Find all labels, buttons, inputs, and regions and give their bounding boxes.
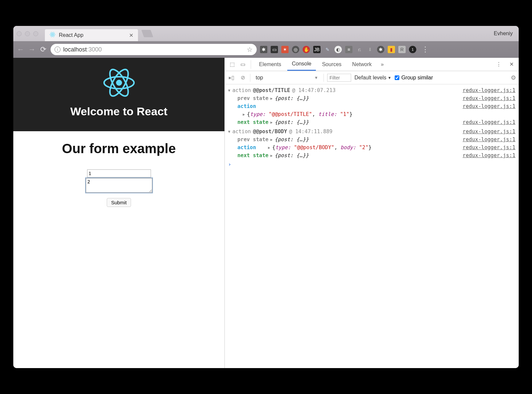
clear-console-icon[interactable]: ⊘	[239, 74, 247, 82]
tab-strip: React App ✕ Evheniy	[13, 26, 519, 41]
expand-triangle-icon[interactable]: ▶	[270, 96, 273, 101]
prev-state-value: {post: {…}}	[275, 137, 309, 143]
log-line-next-state[interactable]: next state ▶ {post: {…}} redux-logger.js…	[228, 151, 515, 159]
log-line-next-state[interactable]: next state ▶ {post: {…}} redux-logger.js…	[228, 118, 515, 126]
site-info-icon[interactable]: i	[55, 47, 61, 52]
tab-console[interactable]: Console	[287, 58, 316, 71]
tab-network[interactable]: Network	[347, 58, 376, 71]
back-button[interactable]: ←	[17, 46, 25, 53]
extension-icons: ✱ ▭ ✶ ◎ ✋ JB ✎ ◐ ≡ ⎌ ⬇ ✱ ▮ R 1	[260, 46, 416, 53]
source-link[interactable]: redux-logger.js:1	[463, 152, 515, 158]
form: 2 Submit	[86, 169, 152, 207]
extension-icon[interactable]: ≡	[345, 46, 352, 53]
expand-triangle-icon[interactable]: ▶	[270, 153, 273, 158]
log-line-prev-state[interactable]: prev state ▶ {post: {…}} redux-logger.js…	[228, 136, 515, 144]
action-object: {type: "@@post/BODY", body: "2"}	[272, 145, 372, 150]
profile-name[interactable]: Evheniy	[494, 31, 515, 37]
minimize-window-button[interactable]	[25, 31, 30, 36]
extension-icon[interactable]: ✎	[324, 46, 331, 53]
close-window-button[interactable]	[17, 31, 22, 36]
maximize-window-button[interactable]	[33, 31, 38, 36]
log-line-action[interactable]: action redux-logger.js:1	[228, 102, 515, 110]
group-similar-checkbox[interactable]: Group similar	[395, 75, 433, 81]
devtools-menu-icon[interactable]: ⋮	[494, 60, 503, 69]
browser-tab[interactable]: React App ✕	[45, 29, 138, 41]
chevron-down-icon: ▼	[388, 76, 391, 80]
log-levels-selector[interactable]: Default levels ▼	[354, 75, 391, 81]
console-prompt-icon[interactable]: ›	[225, 160, 519, 169]
inspect-element-icon[interactable]: ⬚	[227, 60, 237, 69]
log-header[interactable]: ▼ action @@post/TITLE @ 14:47:07.213 red…	[228, 86, 515, 94]
separator	[251, 60, 251, 69]
context-selector[interactable]: top ▼	[254, 75, 320, 81]
extension-icon[interactable]: ◐	[334, 46, 342, 53]
log-line-prev-state[interactable]: prev state ▶ {post: {…}} redux-logger.js…	[228, 94, 515, 102]
omnibox[interactable]: i localhost:3000 ☆	[51, 44, 257, 55]
source-link[interactable]: redux-logger.js:1	[463, 129, 515, 135]
group-similar-label: Group similar	[401, 75, 433, 81]
source-link[interactable]: redux-logger.js:1	[463, 95, 515, 101]
source-link[interactable]: redux-logger.js:1	[463, 137, 515, 143]
source-link[interactable]: redux-logger.js:1	[463, 87, 515, 93]
submit-button[interactable]: Submit	[107, 198, 131, 207]
expand-triangle-icon[interactable]: ▶	[268, 146, 270, 150]
collapse-triangle-icon[interactable]: ▼	[228, 130, 230, 134]
chevron-down-icon: ▼	[314, 75, 318, 80]
webpage-viewport: Welcome to React Our form example 2 Subm…	[13, 58, 224, 368]
address-bar: ← → ⟳ i localhost:3000 ☆ ✱ ▭ ✶ ◎ ✋ JB ✎ …	[13, 41, 519, 58]
log-header[interactable]: ▼ action @@post/BODY @ 14:47:11.889 redu…	[228, 128, 515, 136]
url-path: :3000	[87, 46, 102, 53]
group-similar-input[interactable]	[395, 75, 399, 80]
extension-icon[interactable]: ✱	[377, 46, 384, 53]
log-line-action[interactable]: action ▶ {type: "@@post/BODY", body: "2"…	[228, 144, 515, 151]
title-input[interactable]	[87, 169, 151, 177]
levels-label: Default levels	[354, 75, 386, 81]
content-split: Welcome to React Our form example 2 Subm…	[13, 58, 519, 368]
extension-icon[interactable]: ✋	[303, 46, 310, 53]
reload-button[interactable]: ⟳	[39, 46, 47, 53]
tab-sources[interactable]: Sources	[317, 58, 346, 71]
timestamp: @ 14:47:11.889	[289, 129, 332, 135]
extension-icon[interactable]: R	[398, 46, 406, 53]
devtools-tab-bar: ⬚ ▭ Elements Console Sources Network » ⋮…	[225, 58, 519, 71]
extension-icon[interactable]: ▮	[388, 46, 395, 53]
expand-triangle-icon[interactable]: ▶	[270, 138, 273, 142]
body-textarea[interactable]: 2	[86, 178, 152, 193]
collapse-triangle-icon[interactable]: ▼	[228, 88, 230, 93]
close-tab-icon[interactable]: ✕	[129, 32, 133, 39]
extension-icon[interactable]: JB	[313, 46, 321, 53]
device-toolbar-icon[interactable]: ▭	[238, 60, 247, 69]
next-state-value: {post: {…}}	[275, 119, 309, 125]
console-sidebar-toggle-icon[interactable]: ▸▯	[227, 74, 235, 82]
profile-avatar-icon[interactable]: 1	[409, 46, 416, 53]
devtools-panel: ⬚ ▭ Elements Console Sources Network » ⋮…	[224, 58, 519, 368]
expand-triangle-icon[interactable]: ▶	[243, 112, 245, 117]
filter-input[interactable]	[327, 74, 351, 82]
log-group: ▼ action @@post/TITLE @ 14:47:07.213 red…	[225, 86, 519, 127]
bookmark-star-icon[interactable]: ☆	[247, 46, 253, 53]
extension-icon[interactable]: ✶	[281, 46, 289, 53]
chrome-menu-icon[interactable]: ⋮	[420, 45, 431, 54]
extension-icon[interactable]: ▭	[271, 46, 278, 53]
action-label: action	[232, 129, 251, 135]
log-line-action-obj[interactable]: ▶ {type: "@@post/TITLE", title: "1"}	[228, 110, 515, 118]
action-key-label: action	[237, 145, 256, 150]
close-devtools-icon[interactable]: ✕	[507, 60, 516, 69]
extension-icon[interactable]: ⬇	[366, 46, 374, 53]
source-link[interactable]: redux-logger.js:1	[463, 119, 515, 125]
extension-icon[interactable]: ◎	[292, 46, 299, 53]
react-favicon-icon	[50, 32, 56, 39]
extension-icon[interactable]: ⎌	[356, 46, 363, 53]
action-object: {type: "@@post/TITLE", title: "1"}	[247, 111, 352, 117]
source-link[interactable]: redux-logger.js:1	[463, 103, 515, 109]
more-tabs-icon[interactable]: »	[378, 60, 387, 69]
tab-elements[interactable]: Elements	[254, 58, 286, 71]
separator	[324, 74, 324, 82]
extension-icon[interactable]: ✱	[260, 46, 267, 53]
prev-state-label: prev state	[237, 137, 268, 143]
source-link[interactable]: redux-logger.js:1	[463, 145, 515, 150]
expand-triangle-icon[interactable]: ▶	[270, 120, 273, 125]
console-settings-icon[interactable]: ⚙	[511, 74, 516, 81]
new-tab-button[interactable]	[141, 30, 153, 37]
forward-button[interactable]: →	[28, 46, 36, 53]
